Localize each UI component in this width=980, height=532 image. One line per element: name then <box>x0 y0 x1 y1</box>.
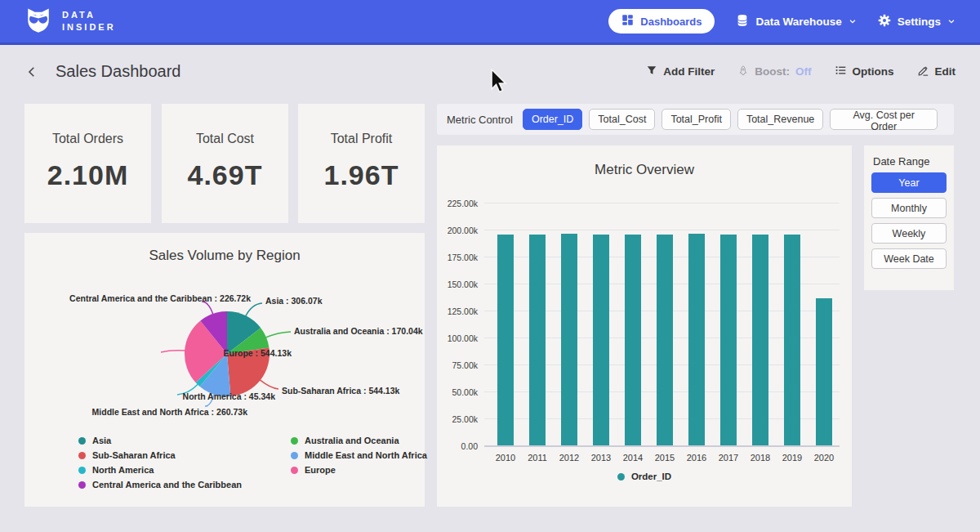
x-tick-label: 2014 <box>617 453 649 463</box>
date-range-weekly[interactable]: Weekly <box>871 223 947 244</box>
x-tick-label: 2010 <box>489 453 522 463</box>
bar-2011[interactable] <box>529 235 546 445</box>
date-range-week-date[interactable]: Week Date <box>871 248 947 269</box>
date-range-buttons: YearMonthlyWeeklyWeek Date <box>864 172 954 269</box>
filter-funnel-icon <box>646 65 657 78</box>
x-tick-label: 2017 <box>712 453 745 463</box>
kpi-value: 4.69T <box>162 159 288 191</box>
gridline <box>484 203 840 203</box>
add-filter-button[interactable]: Add Filter <box>646 65 715 78</box>
pie-leader-line <box>161 351 185 352</box>
settings-menu[interactable]: Settings <box>878 14 956 29</box>
data-warehouse-label: Data Warehouse <box>755 16 841 28</box>
date-range-label: Date Range <box>873 155 954 168</box>
pie-label-australia-and-oceania: Australia and Oceania : 170.04k <box>294 326 423 336</box>
bar-2012[interactable] <box>561 234 577 445</box>
y-tick-label: 100.00k <box>437 333 478 343</box>
bar-2017[interactable] <box>720 235 737 445</box>
y-tick-label: 75.00k <box>437 360 478 370</box>
date-range-year[interactable]: Year <box>871 172 947 193</box>
x-tick-label: 2020 <box>808 453 840 463</box>
metric-chip-avg-cost-per-order[interactable]: Avg. Cost per Order <box>830 109 938 130</box>
legend-label: Middle East and North Africa <box>305 450 427 460</box>
pie-label-north-america: North America : 45.34k <box>183 391 275 401</box>
legend-dot <box>78 481 86 489</box>
dashboards-button[interactable]: Dashboards <box>608 9 715 34</box>
x-axis-line <box>484 445 840 447</box>
data-warehouse-menu[interactable]: Data Warehouse <box>736 14 856 29</box>
y-tick-label: 50.00k <box>437 387 478 397</box>
metric-control-label: Metric Control <box>447 114 513 126</box>
options-label: Options <box>853 65 894 78</box>
add-filter-label: Add Filter <box>663 65 715 78</box>
legend-item-asia[interactable]: Asia <box>78 436 242 445</box>
legend-item-central-america-and-the-caribbean[interactable]: Central America and the Caribbean <box>78 480 242 490</box>
chevron-down-icon <box>849 16 857 28</box>
pie-label-sub-saharan-africa: Sub-Saharan Africa : 544.13k <box>282 386 399 396</box>
kpi-value: 1.96T <box>298 159 425 191</box>
legend-series-label: Order_ID <box>631 472 671 481</box>
pie-legend: AsiaSub-Saharan AfricaNorth AmericaCentr… <box>78 436 427 490</box>
y-tick-label: 125.00k <box>437 306 478 316</box>
options-button[interactable]: Options <box>835 65 894 78</box>
bar-2014[interactable] <box>625 235 641 445</box>
y-tick-label: 0.00 <box>437 441 478 451</box>
legend-dot <box>78 437 86 445</box>
owl-logo-icon <box>24 6 52 37</box>
kpi-label: Total Orders <box>24 132 151 146</box>
dashboards-label: Dashboards <box>640 16 702 28</box>
bar-2018[interactable] <box>752 235 768 445</box>
x-tick-label: 2016 <box>680 453 713 463</box>
gridline <box>484 230 840 230</box>
pie-leader-line <box>202 302 213 315</box>
legend-item-middle-east-and-north-africa[interactable]: Middle East and North Africa <box>291 450 427 460</box>
pie-leader-line <box>265 332 291 338</box>
kpi-label: Total Profit <box>298 132 425 146</box>
legend-dot <box>78 467 86 474</box>
edit-button[interactable]: Edit <box>917 65 956 79</box>
bar-2015[interactable] <box>657 235 673 445</box>
bar-chart-card: Metric Overview 225.00k200.00k175.00k150… <box>437 145 852 507</box>
x-tick-label: 2018 <box>744 453 777 463</box>
legend-item-sub-saharan-africa[interactable]: Sub-Saharan Africa <box>78 450 242 460</box>
y-tick-label: 175.00k <box>437 253 478 262</box>
brand-text: DATA INSIDER <box>62 9 116 34</box>
metric-chip-total-revenue[interactable]: Total_Revenue <box>737 109 823 130</box>
x-tick-label: 2011 <box>521 453 554 463</box>
date-range-monthly[interactable]: Monthly <box>871 198 947 218</box>
legend-item-australia-and-oceania[interactable]: Australia and Oceania <box>291 436 427 445</box>
back-button[interactable] <box>24 65 39 79</box>
y-tick-label: 200.00k <box>437 226 478 235</box>
chevron-down-icon <box>947 16 956 28</box>
legend-label: North America <box>92 465 154 475</box>
bar-2016[interactable] <box>688 234 705 445</box>
legend-item-north-america[interactable]: North America <box>78 465 242 475</box>
metric-chip-total-cost[interactable]: Total_Cost <box>589 109 655 130</box>
legend-label: Australia and Oceania <box>305 436 399 445</box>
metric-chip-total-profit[interactable]: Total_Profit <box>662 109 731 130</box>
dashboard-toolbar: Sales Dashboard Add Filter Boost: Off <box>0 45 980 98</box>
pie-label-europe: Europe : 544.13k <box>224 348 292 358</box>
kpi-card-total-profit: Total Profit 1.96T <box>298 104 425 223</box>
legend-item-europe[interactable]: Europe <box>291 465 427 475</box>
bar-2019[interactable] <box>784 235 800 445</box>
legend-label: Europe <box>305 465 336 475</box>
legend-dot <box>617 473 625 481</box>
boost-toggle[interactable]: Boost: Off <box>737 65 811 79</box>
x-tick-label: 2013 <box>585 453 617 463</box>
legend-label: Sub-Saharan Africa <box>92 450 176 460</box>
kpi-value: 2.10M <box>24 159 151 191</box>
bar-2010[interactable] <box>497 235 514 445</box>
bar-2013[interactable] <box>593 235 609 445</box>
settings-label: Settings <box>898 16 941 28</box>
metric-chip-order-id[interactable]: Order_ID <box>523 109 582 130</box>
pie-label-asia: Asia : 306.07k <box>265 296 322 306</box>
legend-dot <box>291 467 298 474</box>
gear-icon <box>878 14 891 29</box>
bar-2020[interactable] <box>816 298 832 445</box>
bar-chart-legend[interactable]: Order_ID <box>437 472 852 481</box>
dashboards-grid-icon <box>621 14 634 29</box>
metric-control-bar: Metric Control Order_IDTotal_CostTotal_P… <box>437 104 954 135</box>
pie-label-central-america-and-the-caribbean: Central America and the Caribbean : 226.… <box>69 293 251 303</box>
kpi-card-total-cost: Total Cost 4.69T <box>162 104 288 223</box>
